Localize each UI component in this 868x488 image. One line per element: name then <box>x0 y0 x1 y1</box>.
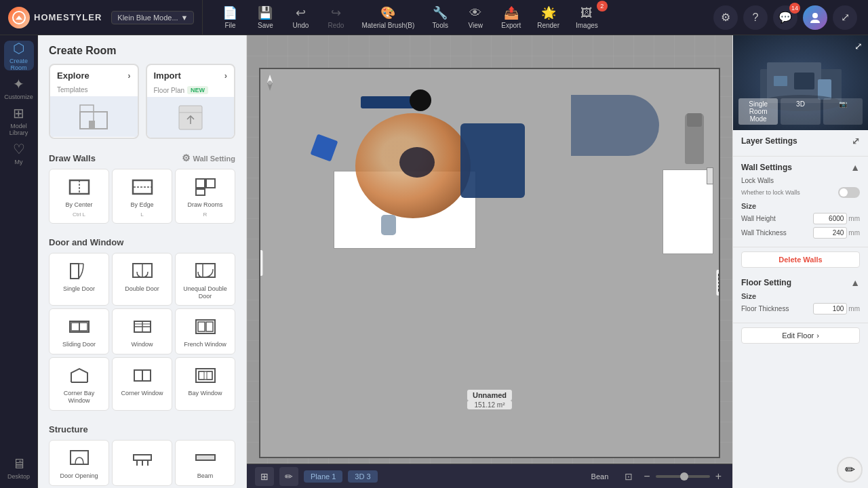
french-window-label: French Window <box>184 341 226 348</box>
tool-by-center[interactable]: By Center Ctrl L <box>49 169 109 224</box>
sidebar-item-customize[interactable]: ✦ Customize <box>4 73 34 103</box>
floor-thickness-input[interactable] <box>813 303 847 314</box>
tools-button[interactable]: 🔧 Tools <box>424 3 456 32</box>
import-header: Import › <box>147 65 235 86</box>
floor-thickness-unit: mm <box>848 305 860 312</box>
screenshot-button[interactable]: 📷 <box>823 98 863 125</box>
svg-rect-52 <box>774 76 787 86</box>
edit-floor-button[interactable]: Edit Floor › <box>741 327 860 344</box>
by-edge-key: L <box>140 211 143 218</box>
my-label: My <box>15 159 23 165</box>
import-card[interactable]: Import › Floor Plan NEW <box>146 64 236 139</box>
chat-bubble-button[interactable]: ✏ <box>837 457 863 483</box>
tool-corner-window[interactable]: Corner Window <box>112 357 172 411</box>
snap-button[interactable]: ⊞ <box>255 467 274 486</box>
tool-window[interactable]: Window <box>112 308 172 354</box>
tool-bay-window[interactable]: Bay Window <box>175 357 235 411</box>
zoom-in-button[interactable]: + <box>713 470 724 483</box>
logo-area: HOMESTYLER Klein Blue Mode... ▼ <box>0 0 203 35</box>
expand-preview-button[interactable]: ⤢ <box>854 41 863 52</box>
sidebar-item-desktop[interactable]: 🖥 Desktop <box>4 453 34 483</box>
render-button[interactable]: 🌟 Render <box>530 3 566 32</box>
tool-single-door[interactable]: Single Door <box>49 253 109 306</box>
create-room-label: CreateRoom <box>9 58 28 71</box>
user-avatar[interactable] <box>803 5 827 30</box>
messages-button[interactable]: 💬 14 <box>773 5 797 30</box>
left-panel: Create Room Explore › Templates <box>38 35 247 488</box>
save-button[interactable]: 💾 Save <box>249 3 281 32</box>
redo-icon: ↪ <box>331 5 341 20</box>
lock-walls-toggle[interactable] <box>838 187 860 198</box>
wall-height-label: Wall Height <box>741 215 813 222</box>
tool-corner-bay-window[interactable]: Corner Bay Window <box>49 357 109 411</box>
svg-rect-53 <box>794 73 814 89</box>
floor-settings-collapse-icon[interactable]: ▲ <box>850 277 860 288</box>
floor-settings-section: Floor Setting ▲ Size Floor Thickness mm <box>733 272 868 323</box>
view-button[interactable]: 👁 View <box>459 3 492 32</box>
bean-label: Bean <box>586 472 614 481</box>
floor-settings-header[interactable]: Floor Setting ▲ <box>741 277 860 288</box>
furniture-accent <box>571 95 659 156</box>
wall-setting-label: Wall Setting <box>193 155 235 163</box>
tool-draw-rooms[interactable]: Draw Rooms R <box>175 169 235 224</box>
fit-screen-button[interactable]: ⊡ <box>619 467 638 486</box>
render-icon: 🌟 <box>541 5 556 20</box>
export-button[interactable]: 📤 Export <box>494 3 528 32</box>
delete-walls-button[interactable]: Delete Walls <box>741 251 860 268</box>
settings-button[interactable]: ⚙ <box>713 5 738 30</box>
material-brush-button[interactable]: 🎨 Material Brush(B) <box>355 3 421 32</box>
material-brush-icon: 🎨 <box>380 5 395 20</box>
sidebar-item-my[interactable]: ♡ My <box>4 138 34 168</box>
draw-mode-button[interactable]: ✏ <box>279 467 298 486</box>
floor-settings-label: Floor Setting <box>741 278 791 287</box>
help-button[interactable]: ? <box>743 5 768 30</box>
file-button[interactable]: 📄 File <box>214 3 246 32</box>
mode-badge[interactable]: Klein Blue Mode... ▼ <box>111 11 194 24</box>
draw-rooms-key: R <box>203 211 208 218</box>
wall-setting-button[interactable]: ⚙ Wall Setting <box>182 152 235 163</box>
zoom-out-button[interactable]: − <box>641 470 652 483</box>
svg-point-1 <box>812 13 818 18</box>
view-3d-tab[interactable]: 3D 3 <box>348 470 377 483</box>
corner-window-label: Corner Window <box>121 390 163 397</box>
draw-walls-label: Draw Walls <box>49 153 96 163</box>
floor-thickness-row: Floor Thickness mm <box>741 303 860 314</box>
plane-tab[interactable]: Plane 1 <box>304 470 342 483</box>
layer-settings-header[interactable]: Layer Settings ⤢ <box>741 136 860 146</box>
explore-preview <box>50 96 138 137</box>
tool-unequal-double-door[interactable]: Unequal Double Door <box>175 253 235 306</box>
redo-button[interactable]: ↪ Redo <box>319 3 352 32</box>
single-room-mode-button[interactable]: Single Room Mode <box>738 98 778 125</box>
tool-railing[interactable] <box>112 440 172 486</box>
unequal-double-door-label: Unequal Double Door <box>178 285 232 300</box>
svg-rect-14 <box>196 189 205 195</box>
tool-by-edge[interactable]: By Edge L <box>112 169 172 224</box>
wall-settings-header[interactable]: Wall Settings ▲ <box>741 162 860 173</box>
svg-rect-12 <box>196 179 205 188</box>
images-button[interactable]: 🖼 Images 2 <box>569 3 605 32</box>
layer-settings-expand-icon[interactable]: ⤢ <box>852 136 860 146</box>
tool-beam[interactable]: Beam <box>175 440 235 486</box>
structure-header: Structure <box>38 419 246 440</box>
tool-double-door[interactable]: Double Door <box>112 253 172 306</box>
wall-settings-collapse-icon[interactable]: ▲ <box>850 162 860 173</box>
canvas-area[interactable]: 11663 11633 12632 11663 <box>247 35 732 488</box>
corner-window-icon <box>129 363 156 387</box>
wall-height-input[interactable] <box>813 213 847 224</box>
tool-french-window[interactable]: French Window <box>175 308 235 354</box>
tool-sliding-door[interactable]: Sliding Door <box>49 308 109 354</box>
svg-rect-36 <box>199 371 212 380</box>
undo-button[interactable]: ↩ Undo <box>284 3 317 32</box>
zoom-slider[interactable] <box>656 475 710 478</box>
tool-door-opening[interactable]: Door Opening <box>49 440 109 486</box>
door-window-header: Door and Window <box>38 232 246 253</box>
wall-thickness-input[interactable] <box>813 227 847 239</box>
wall-thickness-row: Wall Thickness mm <box>741 227 860 239</box>
svg-rect-40 <box>134 455 151 460</box>
room-label-area: Unnamed 151.12 m² <box>467 390 512 409</box>
sidebar-item-create-room[interactable]: ⬡ CreateRoom <box>4 41 34 70</box>
sidebar-item-model-library[interactable]: ⊞ ModelLibrary <box>4 106 34 136</box>
expand-button[interactable]: ⤢ <box>833 5 857 30</box>
3d-mode-button[interactable]: 3D <box>781 98 820 125</box>
explore-card[interactable]: Explore › Templates <box>49 64 139 139</box>
